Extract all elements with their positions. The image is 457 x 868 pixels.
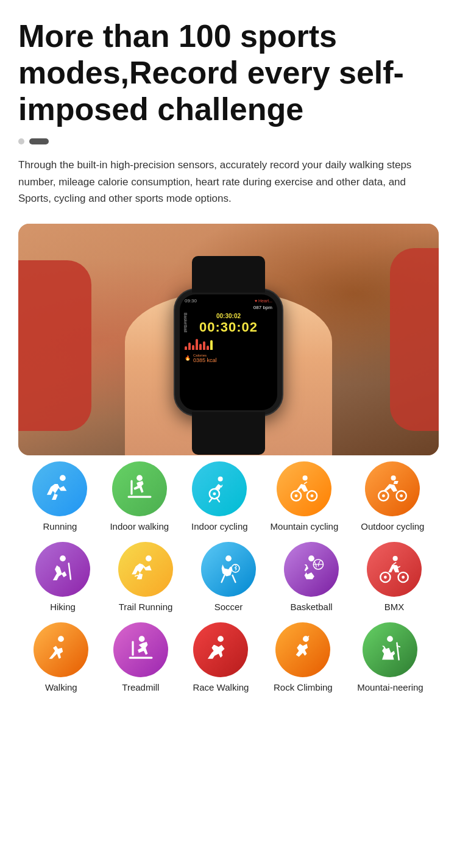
svg-line-25 <box>233 575 236 582</box>
page-headline: More than 100 sports modes,Record every … <box>18 18 439 127</box>
mountain-cycling-label: Mountain cycling <box>271 521 339 532</box>
race-walking-svg <box>205 634 236 666</box>
basketball-icon <box>284 542 339 597</box>
trail-running-icon <box>118 542 173 597</box>
svg-point-43 <box>388 636 394 642</box>
svg-point-34 <box>402 576 405 579</box>
divider <box>18 138 439 144</box>
svg-point-22 <box>146 555 152 561</box>
svg-point-20 <box>60 555 66 561</box>
bmx-icon <box>367 542 422 597</box>
treadmill-label: Treadmill <box>122 682 159 693</box>
sport-basketball: Basketball <box>284 542 339 613</box>
bmx-svg <box>378 553 410 585</box>
hiking-svg <box>47 553 79 585</box>
svg-point-37 <box>139 636 145 642</box>
svg-line-35 <box>393 563 396 564</box>
watch-time: 09:30 <box>185 298 197 304</box>
sports-row-2: Hiking Trail Running <box>18 542 439 613</box>
soccer-label: Soccer <box>214 602 243 613</box>
svg-line-24 <box>222 575 225 582</box>
svg-point-1 <box>136 475 143 481</box>
sport-trail-running: Trail Running <box>118 542 173 613</box>
sport-mountaineering: Mountai-neering <box>357 622 423 693</box>
svg-point-6 <box>213 493 216 496</box>
watch-timer: 00:30:02 00:30:02 <box>185 313 272 335</box>
svg-rect-2 <box>127 496 151 497</box>
trail-running-svg <box>130 553 161 585</box>
indoor-cycling-svg <box>204 473 235 505</box>
svg-point-19 <box>400 494 403 497</box>
watch-band-top <box>192 256 265 293</box>
svg-point-40 <box>218 636 224 642</box>
indoor-cycling-icon <box>192 461 247 516</box>
race-walking-label: Race Walking <box>193 682 249 693</box>
watch-body: 09:30 ♥ Heart... 087 bpm 00:30:02 00:30:… <box>174 288 283 416</box>
sport-race-walking: Race Walking <box>193 622 249 693</box>
svg-point-30 <box>393 556 398 561</box>
sport-indoor-cycling: Indoor cycling <box>191 461 248 532</box>
treadmill-icon <box>113 622 168 677</box>
rock-climbing-label: Rock Climbing <box>274 682 333 693</box>
indoor-walking-svg <box>124 473 155 505</box>
sport-walking: Walking <box>34 622 88 693</box>
svg-point-23 <box>225 555 232 561</box>
sport-soccer: Soccer <box>201 542 256 613</box>
watch-image: 09:30 ♥ Heart... 087 bpm 00:30:02 00:30:… <box>18 224 439 455</box>
svg-point-9 <box>303 475 308 480</box>
sport-hiking: Hiking <box>35 542 90 613</box>
svg-point-4 <box>218 477 223 482</box>
sport-bmx: BMX <box>367 542 422 613</box>
running-icon <box>32 461 87 516</box>
soccer-icon <box>201 542 256 597</box>
dot-small <box>18 138 24 144</box>
svg-rect-3 <box>130 480 132 494</box>
hiking-label: Hiking <box>50 602 76 613</box>
mountain-cycling-icon <box>277 461 331 516</box>
mountaineering-icon <box>363 622 417 677</box>
running-svg <box>44 473 76 505</box>
sport-running: Running <box>32 461 87 532</box>
description-text: Through the built-in high-precision sens… <box>18 157 439 207</box>
svg-line-8 <box>216 498 219 502</box>
mountain-cycling-svg <box>288 473 320 505</box>
rock-climbing-icon <box>275 622 330 677</box>
svg-point-15 <box>391 475 396 480</box>
bmx-label: BMX <box>384 602 405 613</box>
sports-row-3: Walking Treadmill Race Walki <box>18 622 439 693</box>
outdoor-cycling-svg <box>377 473 408 505</box>
trail-running-label: Trail Running <box>119 602 173 613</box>
svg-rect-38 <box>129 656 152 658</box>
basketball-svg <box>296 553 327 585</box>
mountaineering-label: Mountai-neering <box>357 682 423 693</box>
svg-line-7 <box>210 498 213 502</box>
rock-climbing-svg <box>287 634 319 666</box>
svg-point-0 <box>60 475 66 481</box>
dot-dash <box>29 138 49 144</box>
red-bar-left <box>18 260 91 431</box>
watch-activity-label: Basketball <box>183 313 188 332</box>
watch-screen: 09:30 ♥ Heart... 087 bpm 00:30:02 00:30:… <box>180 294 277 410</box>
red-bar-right <box>390 248 439 431</box>
svg-point-36 <box>58 636 64 642</box>
page-wrapper: More than 100 sports modes,Record every … <box>0 0 457 717</box>
svg-line-14 <box>304 482 307 484</box>
walking-icon <box>34 622 88 677</box>
treadmill-svg <box>125 634 157 666</box>
hr-bars <box>185 338 272 350</box>
soccer-svg <box>213 553 244 585</box>
sport-mountain-cycling: Mountain cycling <box>271 461 339 532</box>
svg-line-44 <box>397 643 399 660</box>
sports-row-1: Running Indoor walking <box>18 461 439 532</box>
sport-treadmill: Treadmill <box>113 622 168 693</box>
outdoor-cycling-label: Outdoor cycling <box>361 521 424 532</box>
svg-point-17 <box>382 494 385 497</box>
svg-rect-39 <box>132 641 133 655</box>
sport-indoor-walking: Indoor walking <box>110 461 169 532</box>
svg-point-13 <box>311 494 314 497</box>
running-label: Running <box>43 521 77 532</box>
watch-band-bottom <box>192 412 265 455</box>
svg-line-21 <box>69 563 71 579</box>
hiking-icon <box>35 542 90 597</box>
indoor-walking-icon <box>112 461 167 516</box>
